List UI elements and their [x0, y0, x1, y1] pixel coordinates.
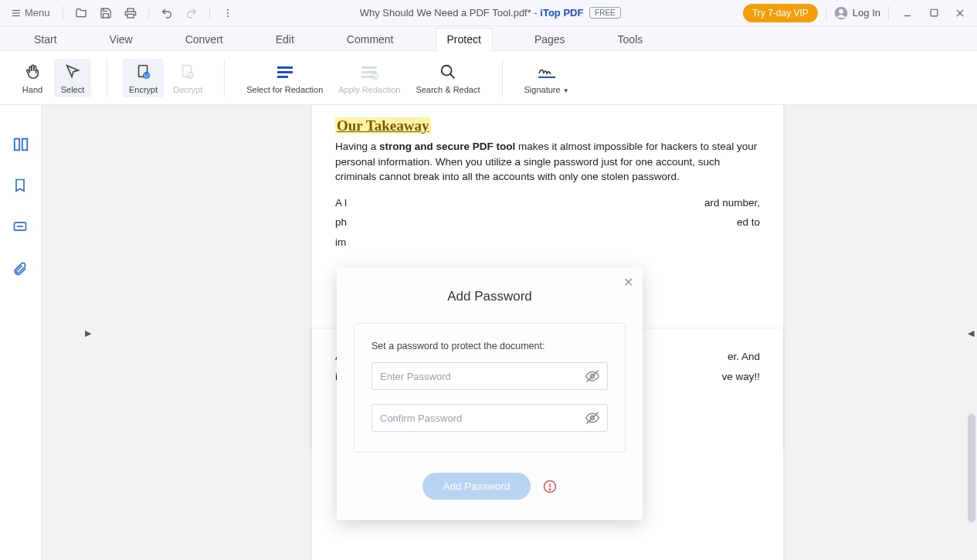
ribbon-group-encrypt: Encrypt Decrypt [123, 59, 209, 97]
select-for-redaction-tool[interactable]: Select for Redaction [240, 59, 329, 97]
separator [148, 6, 149, 20]
try-vip-button[interactable]: Try 7-day VIP [743, 4, 818, 22]
encrypt-icon [134, 62, 154, 82]
undo-button[interactable] [157, 3, 177, 23]
dialog-label: Set a password to protect the document: [371, 341, 608, 351]
dialog-actions: Add Password [354, 473, 626, 500]
signature-tool[interactable]: Signature ▼ [518, 59, 575, 97]
search-redact-tool[interactable]: Search & Redact [409, 59, 486, 97]
signature-icon [537, 62, 557, 82]
toggle-visibility-icon[interactable] [585, 368, 600, 384]
svg-point-26 [442, 65, 452, 75]
separator [888, 6, 889, 20]
add-password-dialog: ✕ Add Password Set a password to protect… [337, 267, 643, 520]
menu-button[interactable]: Menu [6, 7, 55, 19]
ribbon-group-redaction: Select for Redaction Apply Redaction Sea… [240, 59, 486, 97]
redo-button[interactable] [181, 3, 202, 23]
save-button[interactable] [96, 3, 116, 23]
comments-panel-button[interactable] [12, 219, 29, 236]
titlebar-center: Why Should We Need a PDF Tool.pdf* - iTo… [238, 7, 743, 19]
warning-icon [543, 480, 557, 494]
enter-password-field [371, 362, 608, 390]
doc-paragraph-3: phed to [335, 215, 760, 230]
ribbon-separator [107, 59, 107, 97]
tab-view[interactable]: View [99, 29, 144, 50]
cursor-icon [63, 62, 83, 82]
select-tool[interactable]: Select [54, 59, 91, 97]
more-button[interactable] [218, 3, 238, 23]
expand-left-handle[interactable]: ▶ [85, 328, 91, 338]
svg-point-6 [226, 12, 228, 13]
doc-paragraph-1: Having a strong and secure PDF tool make… [335, 139, 760, 185]
encrypt-tool[interactable]: Encrypt [123, 59, 164, 97]
doc-heading: Our Takeaway [335, 117, 431, 134]
attachments-panel-button[interactable] [12, 261, 29, 278]
hand-label: Hand [22, 85, 42, 94]
svg-point-9 [839, 8, 843, 13]
add-password-button[interactable]: Add Password [422, 473, 530, 500]
svg-point-5 [226, 8, 228, 10]
select-redaction-label: Select for Redaction [246, 85, 323, 94]
redaction-select-icon [275, 62, 295, 82]
svg-rect-3 [127, 8, 134, 12]
apply-redaction-icon [359, 62, 379, 82]
menu-label: Menu [25, 7, 50, 19]
expand-right-handle[interactable]: ◀ [968, 328, 974, 338]
tab-start[interactable]: Start [23, 29, 68, 50]
sidebar [0, 105, 42, 560]
vertical-scrollbar[interactable] [968, 414, 975, 522]
tab-pages[interactable]: Pages [524, 29, 576, 50]
decrypt-tool[interactable]: Decrypt [167, 59, 209, 97]
dialog-title: Add Password [354, 289, 626, 304]
close-window-button[interactable] [949, 2, 971, 24]
document-title: Why Should We Need a PDF Tool.pdf* - [360, 7, 541, 19]
dialog-close-button[interactable]: ✕ [623, 275, 633, 290]
thumbnails-panel-button[interactable] [12, 136, 29, 153]
search-icon [438, 62, 458, 82]
login-label: Log In [853, 7, 880, 19]
maximize-button[interactable] [923, 2, 945, 24]
doc-paragraph-4: im [335, 235, 760, 250]
titlebar-right: Try 7-day VIP Log In [743, 2, 971, 24]
svg-point-39 [549, 489, 551, 490]
toggle-visibility-icon[interactable] [585, 410, 600, 426]
decrypt-icon [178, 62, 198, 82]
separator [63, 6, 63, 20]
minimize-button[interactable] [897, 2, 918, 24]
svg-rect-21 [277, 76, 288, 78]
svg-rect-4 [127, 14, 134, 18]
tabbar: Start View Convert Edit Comment Protect … [0, 26, 977, 51]
svg-line-27 [450, 73, 455, 78]
svg-rect-29 [14, 139, 19, 151]
tab-tools[interactable]: Tools [607, 29, 654, 50]
hand-icon [22, 62, 42, 82]
ribbon-separator [224, 59, 225, 97]
confirm-password-input[interactable] [371, 404, 608, 432]
tab-edit[interactable]: Edit [265, 29, 305, 50]
app-name: iTop PDF [540, 7, 583, 19]
tab-comment[interactable]: Comment [336, 29, 405, 50]
apply-redaction-tool[interactable]: Apply Redaction [332, 59, 406, 97]
decrypt-label: Decrypt [173, 85, 202, 94]
svg-rect-30 [22, 139, 26, 151]
svg-rect-11 [931, 9, 938, 16]
open-file-button[interactable] [71, 3, 91, 23]
free-badge: FREE [589, 7, 621, 19]
encrypt-label: Encrypt [129, 85, 158, 94]
separator [209, 6, 210, 20]
separator [826, 6, 826, 20]
main-area: ▶ ◀ Our Takeaway Having a strong and sec… [0, 105, 977, 560]
search-redact-label: Search & Redact [416, 85, 480, 94]
tab-protect[interactable]: Protect [436, 28, 493, 51]
apply-redaction-label: Apply Redaction [338, 85, 400, 94]
bookmarks-panel-button[interactable] [12, 178, 29, 195]
dialog-body: Set a password to protect the document: [354, 323, 626, 453]
titlebar: Menu Why Should We Need a PDF Tool.pdf* … [0, 0, 977, 26]
signature-label: Signature ▼ [524, 85, 569, 94]
tab-convert[interactable]: Convert [175, 29, 234, 50]
enter-password-input[interactable] [371, 362, 608, 390]
titlebar-left: Menu [6, 3, 238, 23]
login-button[interactable]: Log In [834, 6, 880, 20]
print-button[interactable] [120, 3, 141, 23]
hand-tool[interactable]: Hand [14, 59, 51, 97]
